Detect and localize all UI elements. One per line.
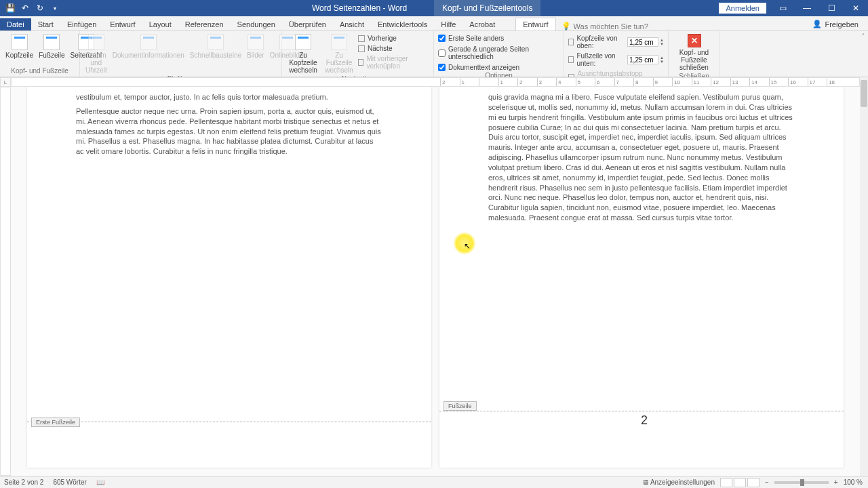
header-button[interactable]: Kopfzeile xyxy=(3,33,36,60)
footer-bottom-input[interactable] xyxy=(627,55,658,64)
ribbon: Kopfzeile Fußzeile Seitenzahl Kopf- und … xyxy=(0,31,868,77)
footer-bottom-spinner[interactable]: Fußzeile von unten: ▲▼ xyxy=(567,52,665,68)
pictures-button: Bilder xyxy=(244,33,267,60)
vertical-scrollbar[interactable] xyxy=(860,77,868,476)
header-top-input[interactable] xyxy=(627,37,658,47)
link-previous-button: Mit vorheriger verknüpfen xyxy=(357,54,431,70)
odd-even-different-checkbox[interactable]: Gerade & ungerade Seiten unterschiedlich xyxy=(437,45,561,61)
zoom-in-button[interactable]: + xyxy=(834,479,838,486)
docinfo-button: Dokumentinformationen xyxy=(110,33,187,60)
scrollbar-thumb[interactable] xyxy=(861,80,867,107)
close-header-footer-button[interactable]: ✕ Kopf- und Fußzeile schließen xyxy=(671,33,717,73)
tab-insert[interactable]: Einfügen xyxy=(60,18,103,30)
collapse-ribbon-icon[interactable]: ˆ xyxy=(863,33,865,39)
qat-more-icon[interactable]: ▾ xyxy=(50,3,60,13)
footer-tag: Fußzeile xyxy=(443,401,477,411)
page-number-field[interactable]: 2 xyxy=(641,413,648,428)
share-icon: 👤 xyxy=(812,20,822,28)
share-button[interactable]: 👤 Freigeben xyxy=(808,18,863,30)
maximize-icon[interactable]: ☐ xyxy=(819,0,844,16)
tab-acrobat[interactable]: Acrobat xyxy=(462,18,502,30)
first-page-different-checkbox[interactable]: Erste Seite anders xyxy=(437,34,505,43)
zoom-level[interactable]: 100 % xyxy=(844,479,863,486)
title-bar: 💾 ↶ ↻ ▾ Word Seitenzahlen - Word Kopf- u… xyxy=(0,0,868,16)
header-top-spinner[interactable]: Kopfzeile von oben: ▲▼ xyxy=(567,34,665,50)
ruler-corner: L xyxy=(0,77,11,87)
minimize-icon[interactable]: — xyxy=(795,0,819,16)
view-read-button[interactable] xyxy=(720,478,732,487)
tab-mailings[interactable]: Sendungen xyxy=(231,18,282,30)
body-text-left: vestibulum et, tempor auctor, justo. In … xyxy=(27,87,431,157)
horizontal-ruler[interactable]: 21123456789101112131415161718 xyxy=(11,77,860,87)
body-text-right: quis gravida magna mi a libero. Fusce vu… xyxy=(439,87,844,223)
signin-button[interactable]: Anmelden xyxy=(719,3,766,14)
tab-view[interactable]: Ansicht xyxy=(333,18,371,30)
view-web-button[interactable] xyxy=(747,478,760,487)
next-button[interactable]: Nächste xyxy=(357,44,431,53)
quickparts-button: Schnellbausteine xyxy=(187,33,244,60)
close-icon[interactable]: ✕ xyxy=(844,0,868,16)
ribbon-tabs: Datei Start Einfügen Entwurf Layout Refe… xyxy=(0,16,868,31)
share-label: Freigeben xyxy=(825,20,859,28)
save-icon[interactable]: 💾 xyxy=(5,3,15,13)
document-area: vestibulum et, tempor auctor, justo. In … xyxy=(11,87,860,476)
tab-hf-design[interactable]: Entwurf xyxy=(515,18,555,30)
show-doc-text-checkbox[interactable]: Dokumenttext anzeigen xyxy=(437,63,521,72)
tab-design[interactable]: Entwurf xyxy=(103,18,142,30)
paragraph: quis gravida magna mi a libero. Fusce vu… xyxy=(488,92,795,223)
page-1[interactable]: vestibulum et, tempor auctor, justo. In … xyxy=(27,87,431,468)
status-bar: Seite 2 von 2 605 Wörter 📖 🖥 Anzeigeeins… xyxy=(0,476,868,488)
tab-references[interactable]: Referenzen xyxy=(178,18,231,30)
goto-footer-button: Zu Fußzeile wechseln xyxy=(321,33,357,75)
status-page[interactable]: Seite 2 von 2 xyxy=(4,479,43,486)
page-2[interactable]: quis gravida magna mi a libero. Fusce vu… xyxy=(439,87,844,468)
zoom-out-button[interactable]: − xyxy=(765,479,769,486)
context-tool-label: Kopf- und Fußzeilentools xyxy=(434,0,540,16)
tell-me-placeholder: Was möchten Sie tun? xyxy=(574,22,648,30)
lightbulb-icon: 💡 xyxy=(561,22,571,30)
close-x-icon: ✕ xyxy=(688,34,701,47)
tab-help[interactable]: Hilfe xyxy=(434,18,462,30)
tab-review[interactable]: Überprüfen xyxy=(282,18,333,30)
undo-icon[interactable]: ↶ xyxy=(20,3,30,13)
zoom-slider[interactable] xyxy=(774,481,829,484)
status-words[interactable]: 605 Wörter xyxy=(53,479,86,486)
view-print-button[interactable] xyxy=(734,478,746,487)
tab-developer[interactable]: Entwicklertools xyxy=(371,18,434,30)
footer-button[interactable]: Fußzeile xyxy=(36,33,67,60)
display-settings[interactable]: 🖥 Anzeigeeinstellungen xyxy=(642,479,715,486)
tab-layout[interactable]: Layout xyxy=(142,18,178,30)
document-title: Word Seitenzahlen - Word xyxy=(312,3,407,13)
redo-icon[interactable]: ↻ xyxy=(35,3,45,13)
paragraph: Pellentesque auctor neque nec urna. Proi… xyxy=(76,106,382,157)
ribbon-options-icon[interactable]: ▭ xyxy=(770,0,795,16)
vertical-ruler[interactable] xyxy=(0,87,11,476)
footer-tag-first: Erste Fußzeile xyxy=(31,418,80,427)
tab-file[interactable]: Datei xyxy=(0,18,31,30)
paragraph: vestibulum et, tempor auctor, justo. In … xyxy=(76,92,382,102)
group-hf-label: Kopf- und Fußzeile xyxy=(3,67,77,75)
proofing-icon[interactable]: 📖 xyxy=(96,479,104,486)
tab-start[interactable]: Start xyxy=(31,18,60,30)
tell-me-search[interactable]: 💡 Was möchten Sie tun? xyxy=(556,22,654,30)
previous-button[interactable]: Vorherige xyxy=(357,34,431,43)
